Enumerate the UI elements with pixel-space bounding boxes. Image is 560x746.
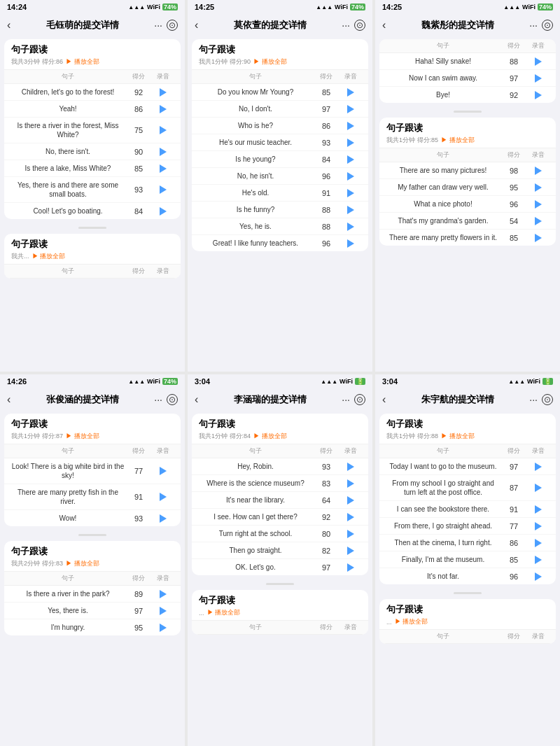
play-audio-icon[interactable] <box>347 105 354 113</box>
play-audio-icon[interactable] <box>535 463 542 471</box>
row-audio[interactable] <box>153 493 174 501</box>
play-audio-icon[interactable] <box>347 463 354 471</box>
play-all-button[interactable]: ▶ 播放全部 <box>66 559 99 568</box>
row-audio[interactable] <box>153 207 174 216</box>
play-audio-icon[interactable] <box>347 479 354 488</box>
play-all-button[interactable]: ▶ 播放全部 <box>395 617 428 626</box>
play-audio-icon[interactable] <box>347 172 354 181</box>
row-audio[interactable] <box>340 239 361 248</box>
location-button[interactable]: ⊙ <box>542 394 553 405</box>
row-audio[interactable] <box>153 624 174 632</box>
row-audio[interactable] <box>153 148 174 156</box>
row-audio[interactable] <box>528 522 549 530</box>
play-audio-icon[interactable] <box>347 547 354 555</box>
play-audio-icon[interactable] <box>535 57 542 66</box>
row-audio[interactable] <box>528 539 549 547</box>
play-all-button[interactable]: ▶ 播放全部 <box>441 136 475 145</box>
back-button[interactable]: ‹ <box>195 393 198 406</box>
play-audio-icon[interactable] <box>160 624 167 632</box>
play-audio-icon[interactable] <box>535 91 542 99</box>
more-button[interactable]: ··· <box>154 394 162 405</box>
row-audio[interactable] <box>340 155 361 164</box>
row-audio[interactable] <box>153 88 174 97</box>
location-button[interactable]: ⊙ <box>354 20 365 31</box>
row-audio[interactable] <box>340 547 361 555</box>
back-button[interactable]: ‹ <box>195 19 198 31</box>
play-audio-icon[interactable] <box>347 223 354 231</box>
row-audio[interactable] <box>153 467 174 475</box>
more-button[interactable]: ··· <box>529 394 538 405</box>
play-audio-icon[interactable] <box>535 572 542 581</box>
back-button[interactable]: ‹ <box>382 19 386 31</box>
play-all-button[interactable]: ▶ 播放全部 <box>253 432 287 441</box>
location-button[interactable]: ⊙ <box>167 20 178 31</box>
play-audio-icon[interactable] <box>160 126 167 134</box>
row-audio[interactable] <box>528 91 549 99</box>
row-audio[interactable] <box>528 217 549 225</box>
row-audio[interactable] <box>153 607 174 615</box>
row-audio[interactable] <box>153 185 174 194</box>
play-audio-icon[interactable] <box>160 88 167 97</box>
play-audio-icon[interactable] <box>160 148 167 156</box>
play-audio-icon[interactable] <box>160 164 167 173</box>
row-audio[interactable] <box>340 189 361 197</box>
more-button[interactable]: ··· <box>529 20 538 31</box>
play-all-button[interactable]: ▶ 播放全部 <box>207 608 241 617</box>
back-button[interactable]: ‹ <box>7 19 10 31</box>
row-audio[interactable] <box>528 183 549 192</box>
row-audio[interactable] <box>340 139 361 147</box>
row-audio[interactable] <box>340 88 361 97</box>
back-button[interactable]: ‹ <box>382 393 386 406</box>
play-audio-icon[interactable] <box>535 539 542 547</box>
play-audio-icon[interactable] <box>347 88 354 97</box>
play-all-button[interactable]: ▶ 播放全部 <box>253 57 287 66</box>
more-button[interactable]: ··· <box>342 20 350 31</box>
play-audio-icon[interactable] <box>160 467 167 475</box>
play-audio-icon[interactable] <box>160 207 167 216</box>
play-all-button[interactable]: ▶ 播放全部 <box>66 57 99 66</box>
play-audio-icon[interactable] <box>347 530 354 538</box>
play-audio-icon[interactable] <box>535 556 542 564</box>
play-audio-icon[interactable] <box>535 74 542 83</box>
play-audio-icon[interactable] <box>347 122 354 130</box>
play-audio-icon[interactable] <box>160 514 167 523</box>
play-audio-icon[interactable] <box>347 139 354 147</box>
play-audio-icon[interactable] <box>160 493 167 501</box>
play-all-button[interactable]: ▶ 播放全部 <box>66 432 99 441</box>
play-audio-icon[interactable] <box>347 189 354 197</box>
row-audio[interactable] <box>528 484 549 492</box>
row-audio[interactable] <box>340 479 361 488</box>
play-audio-icon[interactable] <box>535 484 542 492</box>
play-audio-icon[interactable] <box>535 167 542 175</box>
row-audio[interactable] <box>528 556 549 564</box>
play-audio-icon[interactable] <box>535 183 542 192</box>
play-audio-icon[interactable] <box>160 105 167 113</box>
row-audio[interactable] <box>528 74 549 83</box>
location-button[interactable]: ⊙ <box>167 394 178 405</box>
play-audio-icon[interactable] <box>535 505 542 514</box>
play-all-button[interactable]: ▶ 播放全部 <box>32 252 66 261</box>
play-all-button[interactable]: ▶ 播放全部 <box>441 432 475 441</box>
row-audio[interactable] <box>528 505 549 514</box>
row-audio[interactable] <box>340 122 361 130</box>
play-audio-icon[interactable] <box>347 496 354 505</box>
row-audio[interactable] <box>153 590 174 598</box>
play-audio-icon[interactable] <box>160 607 167 615</box>
play-audio-icon[interactable] <box>160 590 167 598</box>
row-audio[interactable] <box>340 172 361 181</box>
back-button[interactable]: ‹ <box>7 393 10 406</box>
row-audio[interactable] <box>340 513 361 521</box>
play-audio-icon[interactable] <box>347 563 354 572</box>
play-audio-icon[interactable] <box>535 522 542 530</box>
row-audio[interactable] <box>528 572 549 581</box>
row-audio[interactable] <box>153 105 174 113</box>
location-button[interactable]: ⊙ <box>354 394 365 405</box>
play-audio-icon[interactable] <box>535 234 542 242</box>
play-audio-icon[interactable] <box>347 513 354 521</box>
more-button[interactable]: ··· <box>342 394 350 405</box>
row-audio[interactable] <box>340 206 361 214</box>
row-audio[interactable] <box>528 234 549 242</box>
row-audio[interactable] <box>340 496 361 505</box>
row-audio[interactable] <box>528 463 549 471</box>
play-audio-icon[interactable] <box>535 200 542 209</box>
